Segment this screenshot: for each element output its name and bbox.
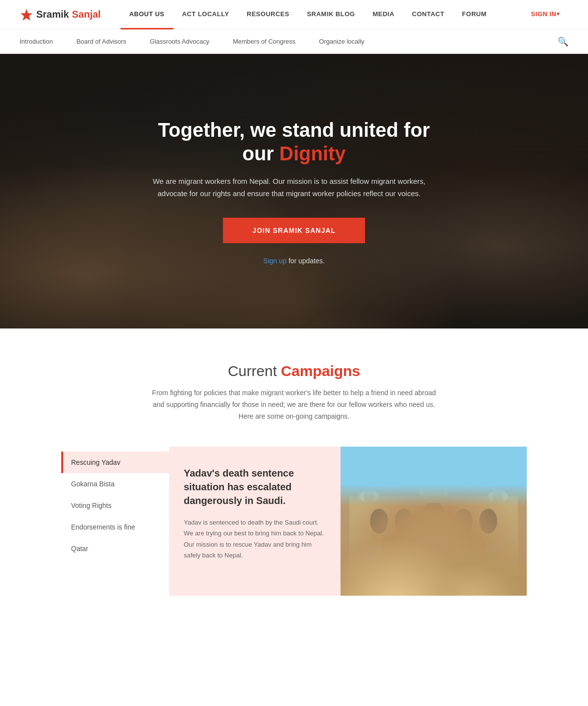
nav-forum[interactable]: FORUM [453, 0, 495, 29]
campaign-title: Yadav's death sentence situation has esc… [184, 466, 326, 507]
nav-resources[interactable]: RESOURCES [238, 0, 298, 29]
campaign-image-panel [341, 447, 527, 596]
svg-rect-1 [341, 447, 527, 596]
hero-subtitle: We are migrant workers from Nepal. Our m… [142, 175, 436, 200]
nav-about-us[interactable]: ABOUT US [121, 0, 173, 29]
svg-rect-13 [364, 491, 374, 503]
campaigns-section: Current Campaigns From fighting for poli… [0, 328, 588, 625]
search-icon[interactable]: 🔍 [558, 36, 568, 47]
logo-icon [20, 8, 33, 22]
svg-point-5 [369, 546, 498, 576]
campaign-content-area: Yadav's death sentence situation has esc… [169, 447, 527, 596]
svg-point-21 [448, 536, 463, 556]
svg-rect-24 [341, 576, 527, 596]
logo-text-sramik: Sramik [36, 9, 69, 20]
subnav-grassroots-advocacy[interactable]: Glassroots Advocacy [138, 29, 221, 54]
logo[interactable]: SramikSanjal [20, 8, 101, 22]
svg-rect-17 [424, 485, 444, 503]
nav-sign-in[interactable]: SIGN IN [522, 0, 568, 29]
campaign-item-rescuing-yadav[interactable]: Rescuing Yadav [61, 452, 169, 473]
svg-point-19 [404, 536, 418, 556]
hero-section: Together, we stand united for our Dignit… [0, 54, 588, 328]
top-navigation: SramikSanjal ABOUT US ACT LOCALLY RESOUR… [0, 0, 588, 29]
campaign-item-endorsements[interactable]: Endorsements is fine [61, 516, 169, 538]
svg-rect-4 [349, 497, 518, 586]
campaign-item-gokarna-bista[interactable]: Gokarna Bista [61, 473, 169, 495]
svg-point-16 [419, 482, 449, 500]
subnav-organize-locally[interactable]: Organize locally [307, 29, 376, 54]
svg-point-22 [471, 536, 486, 556]
svg-point-12 [359, 491, 379, 503]
svg-rect-2 [341, 447, 527, 506]
svg-point-10 [455, 509, 472, 534]
campaign-item-voting-rights[interactable]: Voting Rights [61, 495, 169, 516]
svg-rect-23 [379, 561, 489, 581]
svg-point-8 [395, 509, 413, 534]
hero-title-highlight: Dignity [279, 143, 346, 164]
subnav-introduction[interactable]: Introduction [20, 29, 65, 54]
svg-rect-6 [369, 546, 498, 576]
svg-point-14 [488, 491, 508, 503]
campaign-building-image [341, 447, 527, 596]
campaigns-sidebar: Rescuing Yadav Gokarna Bista Voting Righ… [61, 447, 169, 559]
campaign-item-qatar[interactable]: Qatar [61, 538, 169, 559]
svg-point-18 [382, 536, 396, 556]
campaigns-description: From fighting for policies that make mig… [147, 387, 441, 422]
subnav-board-of-advisors[interactable]: Board of Advisors [65, 29, 138, 54]
nav-sramik-blog[interactable]: SRAMIK BLOG [298, 0, 364, 29]
svg-rect-25 [341, 447, 527, 596]
svg-marker-0 [21, 9, 32, 21]
campaigns-layout: Rescuing Yadav Gokarna Bista Voting Righ… [61, 447, 527, 596]
svg-point-11 [479, 509, 497, 534]
logo-text-sanjal: Sanjal [72, 9, 101, 20]
subnav-members-of-congress[interactable]: Members of Congress [221, 29, 307, 54]
hero-content: Together, we stand united for our Dignit… [122, 118, 466, 265]
join-button[interactable]: JOIN SRAMIK SANJAL [223, 218, 365, 243]
svg-point-9 [423, 502, 445, 531]
campaigns-heading-prefix: Current [228, 363, 281, 379]
sub-navigation: Introduction Board of Advisors Glassroot… [0, 29, 588, 54]
campaigns-heading-highlight: Campaigns [281, 363, 360, 379]
svg-point-7 [370, 509, 388, 534]
main-nav: ABOUT US ACT LOCALLY RESOURCES SRAMIK BL… [121, 0, 568, 29]
svg-rect-15 [493, 491, 503, 503]
signup-link[interactable]: Sign up [263, 257, 286, 265]
svg-point-20 [425, 535, 442, 558]
campaign-image [341, 447, 527, 596]
hero-signup-suffix: for updates. [287, 257, 325, 265]
campaign-text-panel: Yadav's death sentence situation has esc… [169, 447, 341, 596]
hero-signup-text: Sign up for updates. [142, 257, 446, 265]
campaign-body: Yadav is sentenced to death by the Saudi… [184, 517, 326, 560]
nav-media[interactable]: MEDIA [364, 0, 403, 29]
nav-act-locally[interactable]: ACT LOCALLY [173, 0, 238, 29]
nav-contact[interactable]: CONTACT [403, 0, 453, 29]
hero-title: Together, we stand united for our Dignit… [142, 118, 446, 165]
svg-rect-3 [341, 486, 527, 596]
campaigns-heading: Current Campaigns [20, 363, 568, 379]
